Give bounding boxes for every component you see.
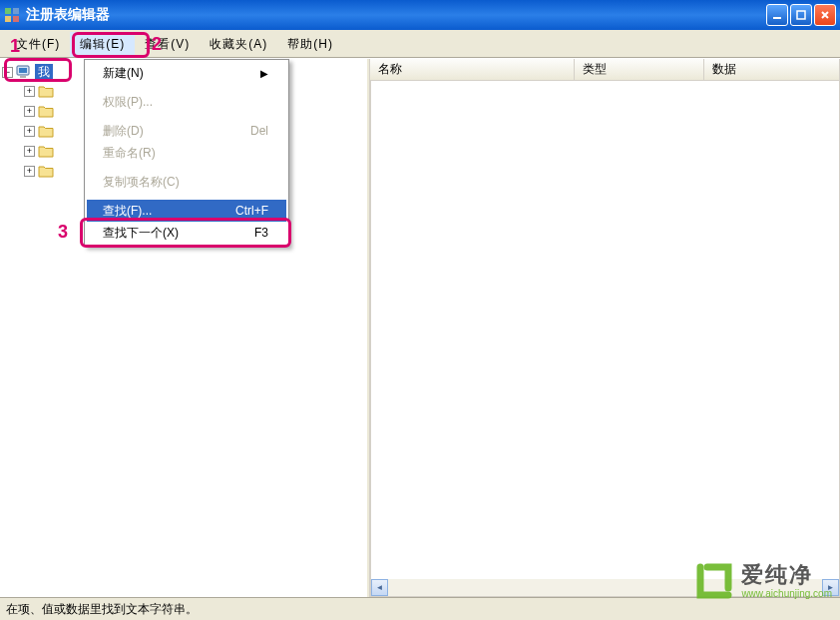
folder-icon bbox=[38, 165, 54, 178]
tree-pane: − 我 + + + + + 新建(N)▶权限(P)...删除(D)Del重命名(… bbox=[0, 59, 369, 597]
svg-rect-3 bbox=[13, 16, 19, 22]
menu-edit[interactable]: 编辑(E) bbox=[70, 32, 135, 57]
menu-shortcut: F3 bbox=[254, 226, 268, 240]
edit-menu-dropdown: 新建(N)▶权限(P)...删除(D)Del重命名(R)复制项名称(C)查找(F… bbox=[84, 59, 289, 247]
minimize-button[interactable] bbox=[766, 4, 788, 26]
menu-item-label: 删除(D) bbox=[103, 123, 144, 140]
menu-separator bbox=[89, 196, 284, 197]
column-name[interactable]: 名称 bbox=[370, 59, 575, 80]
menu-help[interactable]: 帮助(H) bbox=[277, 32, 343, 57]
watermark-brand-cn: 爱纯净 bbox=[741, 563, 832, 587]
svg-rect-4 bbox=[773, 17, 781, 19]
menu-item-label: 新建(N) bbox=[103, 65, 144, 82]
folder-icon bbox=[38, 105, 54, 118]
menu-item-label: 查找(F)... bbox=[103, 203, 152, 220]
expand-icon[interactable]: + bbox=[24, 86, 35, 97]
column-type[interactable]: 类型 bbox=[575, 59, 704, 80]
list-header: 名称 类型 数据 bbox=[370, 59, 840, 81]
menu-item-label: 权限(P)... bbox=[103, 94, 153, 111]
menu-item-label: 重命名(R) bbox=[103, 145, 156, 162]
menu-item-label: 查找下一个(X) bbox=[103, 225, 179, 242]
expand-icon[interactable]: + bbox=[24, 106, 35, 117]
submenu-arrow-icon: ▶ bbox=[260, 68, 268, 79]
folder-icon bbox=[38, 145, 54, 158]
menu-file[interactable]: 文件(F) bbox=[6, 32, 70, 57]
app-icon bbox=[4, 7, 20, 23]
svg-rect-1 bbox=[13, 8, 19, 14]
window-buttons bbox=[766, 4, 836, 26]
svg-rect-7 bbox=[19, 68, 27, 73]
menubar: 文件(F) 编辑(E) 查看(V) 收藏夹(A) 帮助(H) bbox=[0, 30, 840, 58]
column-data[interactable]: 数据 bbox=[704, 59, 840, 80]
status-text: 在项、值或数据里找到文本字符串。 bbox=[6, 601, 198, 618]
menu-item: 重命名(R) bbox=[87, 142, 286, 164]
expand-icon[interactable]: + bbox=[24, 146, 35, 157]
svg-rect-0 bbox=[5, 8, 11, 14]
watermark-logo bbox=[693, 560, 735, 602]
menu-separator bbox=[89, 116, 284, 117]
menu-item: 权限(P)... bbox=[87, 91, 286, 113]
svg-rect-5 bbox=[797, 11, 805, 19]
svg-rect-2 bbox=[5, 16, 11, 22]
menu-separator bbox=[89, 167, 284, 168]
scroll-left-button[interactable]: ◄ bbox=[371, 579, 388, 596]
menu-favorites[interactable]: 收藏夹(A) bbox=[200, 32, 277, 57]
menu-separator bbox=[89, 87, 284, 88]
tree-root-label: 我 bbox=[35, 64, 53, 81]
watermark: 爱纯净 www.aichunjing.com bbox=[693, 560, 832, 602]
body: − 我 + + + + + 新建(N)▶权限(P)...删除(D)Del重命名(… bbox=[0, 58, 840, 597]
menu-shortcut: Ctrl+F bbox=[235, 204, 268, 218]
computer-icon bbox=[16, 65, 32, 79]
expand-icon[interactable]: + bbox=[24, 166, 35, 177]
menu-item: 删除(D)Del bbox=[87, 120, 286, 142]
menu-item: 复制项名称(C) bbox=[87, 171, 286, 193]
svg-rect-8 bbox=[20, 76, 26, 78]
titlebar: 注册表编辑器 bbox=[0, 0, 840, 30]
expand-icon[interactable]: + bbox=[24, 126, 35, 137]
menu-item[interactable]: 查找下一个(X)F3 bbox=[87, 222, 286, 244]
list-pane: 名称 类型 数据 ◄ ► bbox=[369, 59, 840, 597]
folder-icon bbox=[38, 125, 54, 138]
menu-item[interactable]: 查找(F)...Ctrl+F bbox=[87, 200, 286, 222]
close-button[interactable] bbox=[814, 4, 836, 26]
menu-item[interactable]: 新建(N)▶ bbox=[87, 62, 286, 84]
menu-view[interactable]: 查看(V) bbox=[135, 32, 200, 57]
watermark-brand-en: www.aichunjing.com bbox=[741, 588, 832, 599]
menu-item-label: 复制项名称(C) bbox=[103, 174, 180, 191]
collapse-icon[interactable]: − bbox=[2, 67, 13, 78]
maximize-button[interactable] bbox=[790, 4, 812, 26]
menu-shortcut: Del bbox=[250, 124, 268, 138]
list-body: ◄ ► bbox=[370, 81, 840, 597]
folder-icon bbox=[38, 85, 54, 98]
watermark-text: 爱纯净 www.aichunjing.com bbox=[741, 563, 832, 598]
window-title: 注册表编辑器 bbox=[26, 6, 766, 24]
